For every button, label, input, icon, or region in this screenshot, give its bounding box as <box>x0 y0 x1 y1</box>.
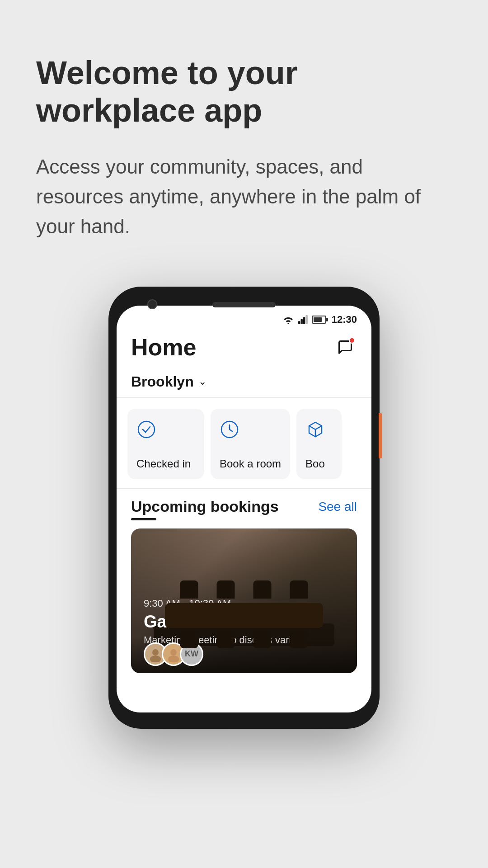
wifi-icon <box>282 315 295 324</box>
location-name: Brooklyn <box>131 373 194 390</box>
book-room-card[interactable]: Book a room <box>211 409 290 479</box>
app-title: Home <box>131 334 196 361</box>
quick-actions-row: Checked in Book a room <box>117 400 371 488</box>
bookings-underline <box>131 518 156 520</box>
signal-icon <box>298 315 308 324</box>
see-all-button[interactable]: See all <box>318 500 357 514</box>
battery-icon <box>312 316 326 324</box>
third-action-card[interactable]: Boo <box>296 409 342 479</box>
book-room-label: Book a room <box>220 458 281 470</box>
svg-rect-4 <box>305 315 307 324</box>
bookings-header: Upcoming bookings See all <box>131 498 357 515</box>
bookings-section: Upcoming bookings See all <box>117 488 371 678</box>
welcome-subtitle: Access your community, spaces, and resou… <box>36 152 452 241</box>
svg-point-5 <box>138 421 155 438</box>
phone-mockup: 12:30 Home Brooklyn ⌄ <box>108 287 380 729</box>
phone-speaker <box>212 302 276 307</box>
svg-point-10 <box>170 649 177 656</box>
phone-screen: 12:30 Home Brooklyn ⌄ <box>117 306 371 712</box>
booking-card[interactable]: 9:30 AM - 10:30 AM Galiano Room Marketin… <box>131 528 357 673</box>
svg-rect-1 <box>298 321 300 324</box>
third-action-label: Boo <box>305 458 333 470</box>
phone-side-button <box>379 413 382 458</box>
bookings-title: Upcoming bookings <box>131 498 279 515</box>
avatar-initials: KW <box>185 649 198 659</box>
welcome-title: Welcome to your workplace app <box>36 54 452 129</box>
clock-icon <box>220 420 239 439</box>
status-time: 12:30 <box>332 314 357 326</box>
chevron-down-icon: ⌄ <box>198 376 206 387</box>
checked-in-label: Checked in <box>136 458 195 470</box>
svg-point-8 <box>152 649 159 656</box>
status-bar: 12:30 <box>117 306 371 329</box>
location-bar[interactable]: Brooklyn ⌄ <box>117 370 371 398</box>
page-background: Welcome to your workplace app Access you… <box>0 0 488 868</box>
notification-button[interactable] <box>333 335 357 359</box>
check-circle-icon <box>136 420 156 439</box>
checked-in-card[interactable]: Checked in <box>127 409 204 479</box>
notification-dot <box>349 337 355 344</box>
box-icon <box>305 420 325 439</box>
status-icons <box>282 315 326 324</box>
svg-point-0 <box>287 323 289 324</box>
hero-section: Welcome to your workplace app Access you… <box>0 0 488 269</box>
phone-outer-shell: 12:30 Home Brooklyn ⌄ <box>108 287 380 729</box>
app-header: Home <box>117 329 371 370</box>
svg-rect-3 <box>303 317 305 324</box>
svg-point-11 <box>168 656 179 662</box>
svg-point-9 <box>150 656 161 662</box>
phone-camera <box>147 299 157 309</box>
svg-rect-2 <box>300 319 302 324</box>
phone-top-bar <box>117 299 371 306</box>
